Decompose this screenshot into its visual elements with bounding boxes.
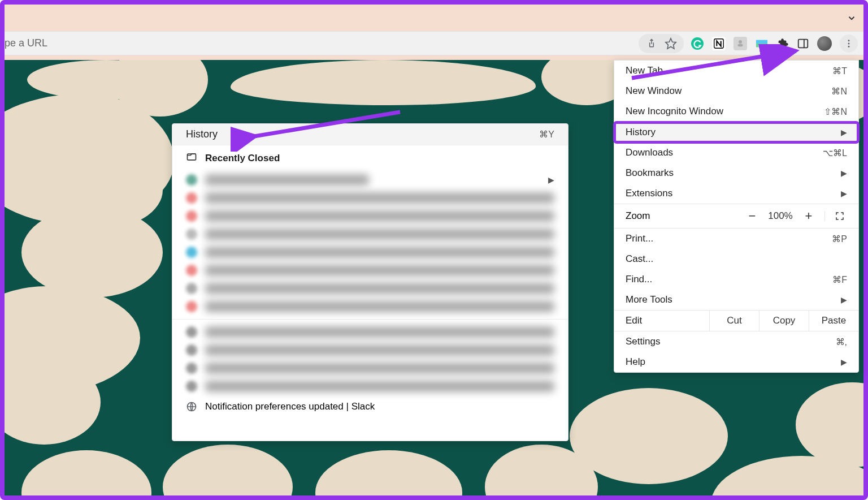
history-shortcut: ⌘Y: [539, 129, 554, 140]
menu-more-tools[interactable]: More Tools▶: [614, 290, 858, 310]
svg-rect-4: [738, 44, 743, 46]
cut-button[interactable]: Cut: [709, 311, 759, 331]
menu-bookmarks[interactable]: Bookmarks▶: [614, 163, 858, 183]
star-icon[interactable]: [665, 37, 677, 50]
history-item[interactable]: [172, 225, 568, 243]
history-item[interactable]: [172, 377, 568, 395]
svg-rect-13: [188, 154, 196, 160]
svg-point-12: [848, 45, 850, 47]
extensions-puzzle-icon[interactable]: [776, 37, 789, 50]
menu-history[interactable]: History▶: [614, 122, 858, 143]
more-menu-button[interactable]: [840, 35, 858, 53]
submenu-history-item[interactable]: History ⌘Y: [172, 124, 568, 145]
annotated-frame: History ⌘Y Recently Closed ▶ Notificatio…: [0, 0, 868, 500]
menu-edit-row: Edit Cut Copy Paste: [614, 310, 858, 331]
menu-downloads[interactable]: Downloads⌥⌘L: [614, 143, 858, 163]
zoom-label: Zoom: [626, 210, 650, 222]
menu-new-tab[interactable]: New Tab⌘T: [614, 61, 858, 81]
chevron-down-icon[interactable]: [847, 13, 857, 23]
menu-settings[interactable]: Settings⌘,: [614, 331, 858, 352]
tab-strip: [5, 5, 863, 32]
history-item[interactable]: [172, 207, 568, 225]
extension-icons: [691, 35, 858, 53]
fullscreen-icon[interactable]: [824, 211, 847, 221]
menu-help[interactable]: Help▶: [614, 352, 858, 372]
history-item[interactable]: [172, 189, 568, 207]
copy-button[interactable]: Copy: [759, 311, 809, 331]
recently-closed-label: Recently Closed: [205, 153, 280, 164]
zoom-value: 100%: [763, 210, 797, 222]
history-item[interactable]: [172, 323, 568, 341]
monday-icon[interactable]: [755, 37, 769, 50]
notion-icon[interactable]: [712, 37, 726, 50]
menu-find[interactable]: Find...⌘F: [614, 269, 858, 290]
svg-rect-8: [798, 39, 808, 48]
history-item[interactable]: [172, 359, 568, 377]
recently-closed-header: Recently Closed: [172, 145, 568, 171]
chrome-main-menu: New Tab⌘T New Window⌘N New Incognito Win…: [614, 60, 859, 373]
zoom-in-button[interactable]: +: [797, 209, 820, 223]
svg-rect-7: [756, 44, 767, 47]
svg-point-11: [848, 42, 850, 44]
share-icon[interactable]: [645, 37, 658, 50]
sidepanel-icon[interactable]: [797, 37, 809, 50]
zoom-out-button[interactable]: −: [741, 209, 763, 223]
profile-avatar[interactable]: [817, 36, 832, 51]
history-item[interactable]: [172, 243, 568, 261]
svg-point-3: [739, 40, 742, 44]
menu-cast[interactable]: Cast...: [614, 249, 858, 269]
history-item[interactable]: [172, 298, 568, 316]
url-input[interactable]: [5, 37, 639, 49]
history-submenu: History ⌘Y Recently Closed ▶ Notificatio…: [172, 123, 568, 441]
history-last-label: Notification preferences updated | Slack: [205, 401, 375, 412]
history-item[interactable]: ▶: [172, 171, 568, 189]
tab-icon: [186, 151, 197, 165]
history-item[interactable]: [172, 279, 568, 298]
edit-label: Edit: [614, 311, 709, 331]
paste-button[interactable]: Paste: [809, 311, 858, 331]
history-item[interactable]: [172, 341, 568, 359]
menu-incognito[interactable]: New Incognito Window⇧⌘N: [614, 101, 858, 122]
url-actions-pill: [639, 34, 684, 53]
menu-extensions[interactable]: Extensions▶: [614, 183, 858, 204]
menu-new-window[interactable]: New Window⌘N: [614, 81, 858, 101]
svg-marker-0: [666, 38, 676, 48]
history-item-slack[interactable]: Notification preferences updated | Slack: [172, 395, 568, 418]
history-item[interactable]: [172, 261, 568, 279]
history-title: History: [186, 128, 218, 140]
svg-rect-6: [756, 40, 767, 43]
address-bar: [5, 32, 863, 55]
menu-zoom-row: Zoom − 100% +: [614, 204, 858, 229]
svg-point-10: [848, 40, 850, 41]
menu-print[interactable]: Print...⌘P: [614, 229, 858, 249]
grammarly-icon[interactable]: [691, 37, 704, 50]
extension-grey-icon[interactable]: [734, 37, 747, 50]
